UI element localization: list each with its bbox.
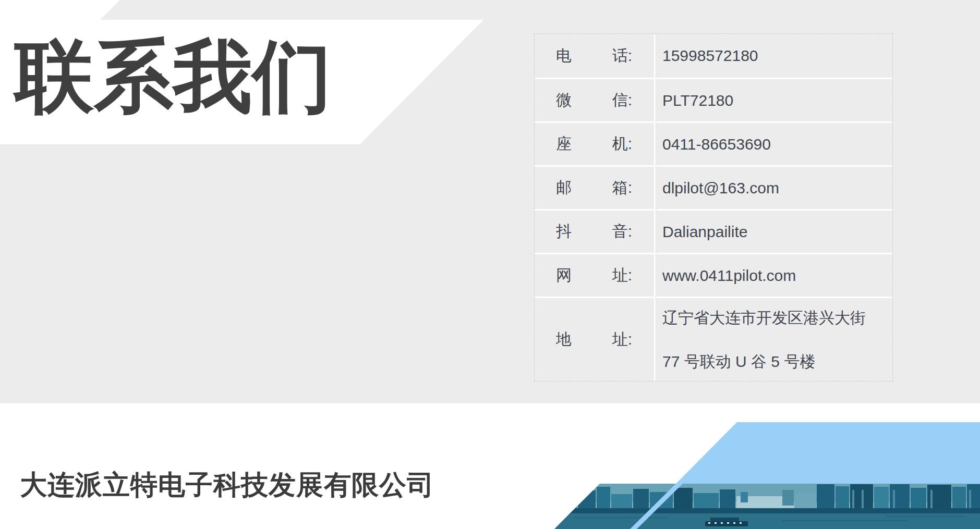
- row-label: 电: [556, 45, 572, 67]
- table-row-address: 地 址: 辽宁省大连市开发区港兴大街 77 号联动 U 谷 5 号楼: [535, 297, 892, 381]
- row-label-colon: 址:: [612, 329, 632, 350]
- row-label: 网: [556, 265, 572, 286]
- landline-value: 0411-86653690: [654, 123, 892, 165]
- blue-parallelogram: [676, 422, 980, 484]
- phone-value: 15998572180: [654, 34, 892, 78]
- contact-table: 电 话: 15998572180 微 信: PLT72180 座 机: 0411…: [534, 33, 893, 382]
- row-label-colon: 机:: [612, 133, 632, 155]
- contact-slide: 联系我们: [0, 0, 980, 529]
- row-label: 座: [556, 133, 572, 155]
- row-label-colon: 址:: [612, 265, 632, 286]
- table-row-email: 邮 箱: dlpilot@163.com: [535, 165, 892, 209]
- row-label-colon: 箱:: [612, 177, 632, 199]
- address-value: 辽宁省大连市开发区港兴大街 77 号联动 U 谷 5 号楼: [654, 298, 892, 381]
- email-value: dlpilot@163.com: [654, 167, 892, 209]
- company-name: 大连派立特电子科技发展有限公司: [20, 469, 434, 501]
- address-line-1: 辽宁省大连市开发区港兴大街: [662, 296, 866, 340]
- row-label-colon: 话:: [612, 45, 632, 67]
- douyin-value: Dalianpailite: [654, 211, 892, 253]
- row-label-colon: 音:: [612, 221, 632, 242]
- row-label-colon: 信:: [612, 90, 632, 111]
- address-line-2: 77 号联动 U 谷 5 号楼: [662, 340, 815, 384]
- row-label: 地: [556, 329, 572, 350]
- cityscape-photo: [554, 484, 980, 529]
- table-row-website: 网 址: www.0411pilot.com: [535, 253, 892, 297]
- wechat-value: PLT72180: [654, 79, 892, 121]
- row-label: 微: [556, 90, 572, 111]
- table-row-phone: 电 话: 15998572180: [535, 34, 892, 78]
- table-column-divider: [654, 34, 656, 381]
- table-row-landline: 座 机: 0411-86653690: [535, 121, 892, 165]
- row-label: 抖: [556, 221, 572, 242]
- row-label: 邮: [556, 177, 572, 199]
- website-value: www.0411pilot.com: [654, 254, 892, 297]
- table-row-douyin: 抖 音: Dalianpailite: [535, 209, 892, 253]
- table-row-wechat: 微 信: PLT72180: [535, 78, 892, 121]
